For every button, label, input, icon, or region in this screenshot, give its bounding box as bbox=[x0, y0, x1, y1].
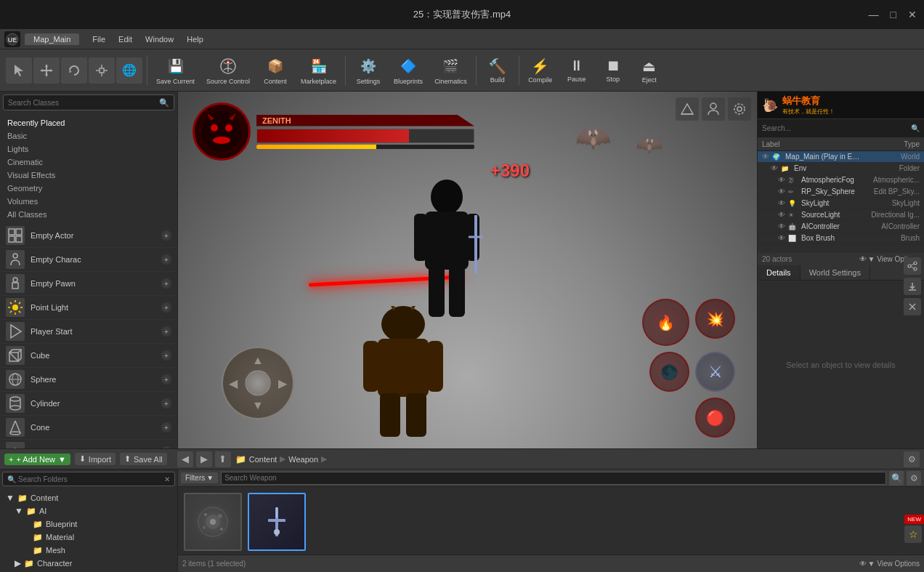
outliner-item-env[interactable]: 👁 📁 Env Folder bbox=[758, 163, 924, 174]
save-current-btn[interactable]: 💾 Save Current bbox=[152, 52, 199, 89]
translate-btn[interactable] bbox=[33, 57, 60, 84]
dpad-right[interactable]: ▶ bbox=[278, 376, 287, 390]
actor-add-btn6[interactable]: + bbox=[161, 350, 171, 360]
folder-mesh[interactable]: ▶ 📁 Mesh bbox=[3, 544, 174, 557]
folder-character[interactable]: ▶ 📁 Character bbox=[3, 557, 174, 570]
category-visual-effects[interactable]: Visual Effects bbox=[0, 169, 177, 182]
asset-search-input[interactable] bbox=[224, 474, 883, 482]
category-basic[interactable]: Basic bbox=[0, 129, 177, 142]
actor-add-btn8[interactable]: + bbox=[161, 398, 171, 408]
skill-btn-sword[interactable] bbox=[695, 352, 735, 392]
build-btn[interactable]: 🔨 Build bbox=[481, 52, 514, 89]
maximize-button[interactable]: □ bbox=[891, 9, 896, 20]
scale-btn[interactable] bbox=[89, 57, 115, 84]
outliner-item-atmospheric[interactable]: 👁 🌫 AtmosphericFog Atmospheric... bbox=[758, 174, 924, 186]
actor-cylinder[interactable]: Cylinder + bbox=[0, 392, 177, 416]
search-classes-input[interactable] bbox=[8, 99, 159, 107]
source-control-btn[interactable]: Source Control bbox=[202, 52, 254, 89]
outliner-item-aicontroller[interactable]: 👁 🤖 AIController AIController bbox=[758, 221, 924, 233]
select-mode-btn[interactable] bbox=[6, 57, 32, 84]
world-icon[interactable]: 🌐 bbox=[116, 57, 142, 84]
breadcrumb-weapon[interactable]: Weapon bbox=[288, 455, 318, 464]
actor-add-btn2[interactable]: + bbox=[161, 254, 171, 265]
actor-player-start[interactable]: Player Start + bbox=[0, 320, 177, 344]
viewport-perspective-btn[interactable] bbox=[676, 97, 699, 121]
close-button[interactable]: ✕ bbox=[908, 9, 917, 20]
map-tab[interactable]: Map_Main bbox=[25, 33, 79, 45]
outliner-search-input[interactable] bbox=[762, 124, 911, 132]
breadcrumb-content[interactable]: Content bbox=[249, 455, 277, 464]
import-btn[interactable]: ⬇ Import bbox=[75, 453, 115, 465]
details-tab[interactable]: Details bbox=[758, 265, 801, 280]
skill-btn-1[interactable]: 🔥 bbox=[642, 299, 689, 346]
add-new-btn[interactable]: + + Add New ▼ bbox=[4, 454, 70, 465]
content-btn[interactable]: 📦 Content bbox=[257, 52, 293, 89]
category-geometry[interactable]: Geometry bbox=[0, 182, 177, 195]
viewport-area[interactable]: ZENITH +390 🦇 🦇 bbox=[178, 92, 757, 448]
eject-btn[interactable]: ⏏ Eject bbox=[633, 52, 666, 89]
skill-btn-3[interactable]: 🌑 bbox=[649, 352, 689, 392]
category-recently-placed[interactable]: Recently Placed bbox=[0, 116, 177, 129]
asset-particle[interactable]: Particle bbox=[184, 493, 242, 555]
settings-btn[interactable]: ⚙️ Settings bbox=[350, 52, 386, 89]
marketplace-btn[interactable]: 🏪 Marketplace bbox=[296, 52, 341, 89]
category-lights[interactable]: Lights bbox=[0, 142, 177, 156]
world-settings-tab[interactable]: World Settings bbox=[801, 265, 870, 280]
filters-btn[interactable]: Filters ▼ bbox=[181, 472, 218, 483]
actor-sphere[interactable]: Sphere + bbox=[0, 368, 177, 392]
folder-search-input[interactable] bbox=[18, 475, 164, 483]
folder-search-clear[interactable]: ✕ bbox=[164, 475, 170, 483]
content-settings-btn[interactable]: ⚙ bbox=[904, 451, 920, 467]
actor-add-btn4[interactable]: + bbox=[161, 302, 171, 313]
category-cinematic[interactable]: Cinematic bbox=[0, 156, 177, 169]
dpad-down[interactable]: ▼ bbox=[252, 399, 264, 412]
actor-empty-actor[interactable]: Empty Actor + bbox=[0, 224, 177, 248]
menu-file[interactable]: File bbox=[86, 33, 111, 46]
viewport-settings-btn[interactable] bbox=[728, 97, 751, 121]
asset-search-icon-btn[interactable]: 🔍 bbox=[889, 471, 904, 486]
folder-material[interactable]: ▶ 📁 Material bbox=[3, 531, 174, 544]
nav-back-btn[interactable]: ◀ bbox=[177, 451, 193, 467]
actor-add-btn3[interactable]: + bbox=[161, 278, 171, 289]
actor-add-btn5[interactable]: + bbox=[161, 326, 171, 337]
asset-settings-btn[interactable]: ⚙ bbox=[907, 471, 921, 486]
category-volumes[interactable]: Volumes bbox=[0, 195, 177, 208]
viewport-avatar-btn[interactable] bbox=[702, 97, 725, 121]
joystick-control[interactable]: ▲ ▼ ◀ ▶ bbox=[222, 347, 294, 419]
joystick-nub[interactable] bbox=[246, 371, 271, 396]
outliner-item-sourcelight[interactable]: 👁 ☀ SourceLight Directional Ig... bbox=[758, 209, 924, 221]
actor-cube[interactable]: Cube + bbox=[0, 344, 177, 368]
outliner-item-skylight[interactable]: 👁 💡 SkyLight SkyLight bbox=[758, 198, 924, 209]
actor-add-btn7[interactable]: + bbox=[161, 374, 171, 384]
folder-ai[interactable]: ▼ 📁 AI bbox=[3, 504, 174, 517]
menu-window[interactable]: Window bbox=[139, 33, 179, 46]
nav-up-btn[interactable]: ⬆ bbox=[215, 451, 231, 467]
download-action-btn[interactable] bbox=[904, 278, 921, 295]
folder-content[interactable]: ▼ 📁 Content bbox=[3, 491, 174, 504]
asset-bp-xweapon[interactable]: BP_XWeapon bbox=[248, 493, 306, 555]
skill-btn-2[interactable]: 💥 bbox=[695, 299, 735, 339]
dpad-up[interactable]: ▲ bbox=[252, 354, 264, 367]
actor-empty-pawn[interactable]: Empty Pawn + bbox=[0, 272, 177, 296]
delete-action-btn[interactable] bbox=[904, 298, 921, 315]
actor-cone[interactable]: Cone + bbox=[0, 416, 177, 440]
category-all-classes[interactable]: All Classes bbox=[0, 208, 177, 221]
assets-view-options-btn[interactable]: 👁 ▼ View Options bbox=[859, 560, 920, 568]
rotate-btn[interactable] bbox=[61, 57, 87, 84]
actor-point-light[interactable]: Point Light + bbox=[0, 296, 177, 320]
outliner-item-boxbrush[interactable]: 👁 ⬜ Box Brush Brush bbox=[758, 233, 924, 244]
dpad-left[interactable]: ◀ bbox=[229, 376, 238, 390]
actor-plane[interactable]: Plane + bbox=[0, 440, 177, 448]
outliner-item-map-main[interactable]: 👁 🌍 Map_Main (Play in Editor) World bbox=[758, 151, 924, 163]
minimize-button[interactable]: — bbox=[869, 9, 879, 20]
skill-btn-4[interactable]: 🔴 bbox=[695, 398, 735, 438]
actor-empty-character[interactable]: Empty Charac + bbox=[0, 248, 177, 272]
actor-add-btn[interactable]: + bbox=[161, 230, 171, 241]
cinematics-btn[interactable]: 🎬 Cinematics bbox=[430, 52, 471, 89]
actor-add-btn9[interactable]: + bbox=[161, 422, 171, 432]
pause-btn[interactable]: ⏸ Pause bbox=[560, 52, 593, 89]
blueprints-btn[interactable]: 🔷 Blueprints bbox=[389, 52, 427, 89]
outliner-item-sky-sphere[interactable]: 👁 ✏ RP_Sky_Sphere Edit BP_Sky... bbox=[758, 186, 924, 198]
menu-edit[interactable]: Edit bbox=[113, 33, 138, 46]
menu-help[interactable]: Help bbox=[181, 33, 209, 46]
